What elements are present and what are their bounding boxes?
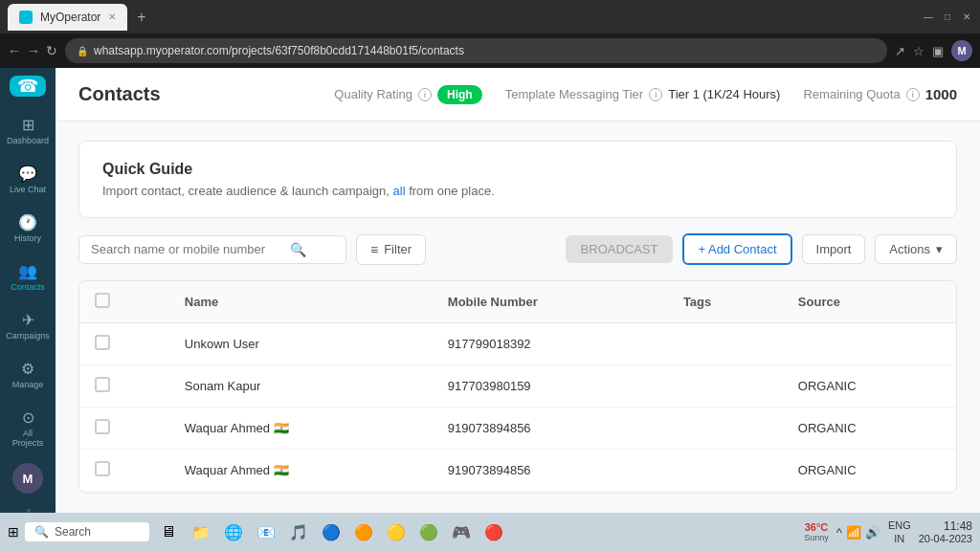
row-name: Sonam Kapur: [169, 365, 433, 408]
quick-guide-title: Quick Guide: [102, 161, 933, 178]
url-bar[interactable]: 🔒 whatsapp.myoperator.com/projects/63f75…: [65, 38, 887, 63]
th-checkbox: [79, 281, 169, 323]
table-row: Unkown User 917799018392: [79, 323, 956, 365]
actions-label: Actions: [889, 242, 930, 256]
profile-avatar[interactable]: M: [951, 40, 972, 61]
tray-time: 11:48: [944, 519, 972, 533]
tab-close-button[interactable]: ✕: [108, 11, 116, 22]
select-all-checkbox[interactable]: [95, 293, 110, 308]
broadcast-button[interactable]: BROADCAST: [566, 235, 674, 263]
history-icon: 🕐: [18, 213, 37, 231]
search-box[interactable]: 🔍: [78, 235, 346, 264]
logo-icon: ☎: [17, 76, 38, 97]
sidebar-item-manage[interactable]: ⚙ Manage: [4, 352, 52, 397]
taskbar: ⊞ 🔍 Search 🖥 📁 🌐 📧 🎵 🔵 🟠 🟡 🟢 🎮 🔴 36°C Su…: [0, 513, 980, 551]
address-bar-actions: ↗ ☆ ▣ M: [895, 40, 972, 61]
share-icon[interactable]: ↗: [895, 44, 905, 58]
template-info-icon[interactable]: i: [649, 88, 662, 101]
maximize-button[interactable]: □: [942, 11, 953, 23]
content-area: Quick Guide Import contact, create audie…: [56, 121, 980, 513]
sidebar-item-history[interactable]: 🕐 History: [4, 206, 52, 251]
sidebar-item-campaigns[interactable]: ✈ Campaigns: [4, 303, 52, 348]
quota-info-icon[interactable]: i: [906, 88, 920, 101]
taskbar-search-box[interactable]: 🔍 Search: [25, 522, 149, 541]
taskbar-start: ⊞ 🔍 Search: [8, 522, 149, 541]
sidebar-item-contacts[interactable]: 👥 Contacts: [4, 254, 52, 299]
row-checkbox[interactable]: [95, 335, 110, 350]
taskbar-icon-10[interactable]: 🎮: [448, 518, 475, 545]
table-row: Sonam Kapur 917703980159 ORGANIC: [79, 365, 956, 408]
quick-guide-text: Import contact, create audience & launch…: [102, 184, 933, 198]
actions-button[interactable]: Actions ▾: [875, 234, 957, 264]
row-checkbox-cell: [79, 365, 169, 408]
tray-clock: 11:48 20-04-2023: [919, 519, 972, 544]
url-text: whatsapp.myoperator.com/projects/63f750f…: [94, 44, 464, 57]
quality-rating-label: Quality Rating: [334, 87, 412, 101]
windows-icon[interactable]: ⊞: [8, 524, 19, 540]
quality-rating-item: Quality Rating i High: [334, 85, 481, 104]
table-row: Waquar Ahmed 🇮🇳 919073894856 ORGANIC: [79, 450, 956, 492]
close-button[interactable]: ✕: [961, 11, 972, 23]
taskbar-icon-6[interactable]: 🔵: [318, 518, 345, 545]
taskbar-icon-3[interactable]: 🌐: [220, 518, 247, 545]
wifi-icon[interactable]: 📶: [846, 525, 861, 540]
row-checkbox[interactable]: [95, 377, 110, 392]
taskbar-icon-1[interactable]: 🖥: [155, 518, 182, 545]
taskbar-icon-2[interactable]: 📁: [188, 518, 214, 545]
volume-icon[interactable]: 🔊: [865, 525, 880, 540]
refresh-button[interactable]: ↻: [46, 43, 57, 58]
back-button[interactable]: ←: [8, 43, 21, 58]
taskbar-icon-7[interactable]: 🟠: [350, 518, 377, 545]
bookmark-icon[interactable]: ☆: [913, 44, 924, 58]
sidebar-logo[interactable]: ☎: [10, 76, 46, 97]
contacts-table: Name Mobile Number Tags Source Unkown Us…: [79, 281, 956, 491]
row-name: Unkown User: [169, 323, 433, 365]
add-contact-button[interactable]: + Add Contact: [682, 233, 791, 265]
new-tab-button[interactable]: +: [131, 9, 151, 26]
nav-buttons: ← → ↻: [8, 43, 57, 58]
sidebar-item-label: History: [14, 233, 41, 243]
row-mobile: 917703980159: [433, 365, 668, 408]
minimize-button[interactable]: —: [923, 11, 934, 23]
tier-value: Tier 1 (1K/24 Hours): [668, 87, 780, 101]
taskbar-icon-8[interactable]: 🟡: [383, 518, 410, 545]
row-checkbox[interactable]: [95, 419, 110, 434]
row-tags: [668, 323, 783, 365]
tray-system-icons: ^ 📶 🔊: [836, 525, 880, 540]
active-tab[interactable]: MyOperator ✕: [8, 4, 127, 31]
quick-guide-card: Quick Guide Import contact, create audie…: [78, 141, 957, 218]
manage-icon: ⚙: [21, 360, 34, 378]
forward-button[interactable]: →: [27, 43, 40, 58]
taskbar-icon-4[interactable]: 📧: [253, 518, 279, 545]
table-body: Unkown User 917799018392 Sonam Kapur 917…: [79, 323, 956, 492]
split-view-icon[interactable]: ▣: [932, 44, 944, 58]
remaining-quota-item: Remaining Quota i 1000: [803, 86, 957, 102]
contacts-icon: 👥: [18, 262, 37, 280]
sidebar-item-label: Campaigns: [6, 331, 50, 341]
row-name: Waquar Ahmed 🇮🇳: [169, 408, 433, 450]
sidebar-item-all-projects[interactable]: ⊙ All Projects: [4, 401, 52, 455]
lock-icon: 🔒: [77, 46, 88, 56]
page-title: Contacts: [78, 83, 161, 105]
avatar[interactable]: M: [12, 463, 43, 494]
quick-guide-link[interactable]: all: [393, 184, 406, 198]
quality-info-icon[interactable]: i: [418, 88, 432, 101]
remaining-quota-label: Remaining Quota: [803, 87, 900, 101]
tray-expand-icon[interactable]: ^: [836, 525, 842, 540]
row-mobile: 917799018392: [433, 323, 668, 365]
sidebar-item-live-chat[interactable]: 💬 Live Chat: [4, 157, 52, 202]
sidebar-item-dashboard[interactable]: ⊞ Dashboard: [4, 108, 52, 153]
taskbar-icon-5[interactable]: 🎵: [285, 518, 312, 545]
app: ☎ ⊞ Dashboard 💬 Live Chat 🕐 History 👥 Co…: [0, 68, 980, 513]
row-checkbox[interactable]: [95, 461, 110, 476]
filter-label: Filter: [384, 242, 412, 256]
filter-button[interactable]: ≡ Filter: [356, 234, 426, 265]
taskbar-icon-11[interactable]: 🔴: [480, 518, 507, 545]
taskbar-icon-9[interactable]: 🟢: [415, 518, 442, 545]
search-input[interactable]: [91, 242, 282, 256]
import-button[interactable]: Import: [802, 234, 866, 264]
tab-title: MyOperator: [40, 11, 100, 24]
th-name: Name: [169, 281, 433, 323]
sidebar-item-label: All Projects: [8, 429, 48, 448]
search-icon: 🔍: [290, 242, 306, 257]
